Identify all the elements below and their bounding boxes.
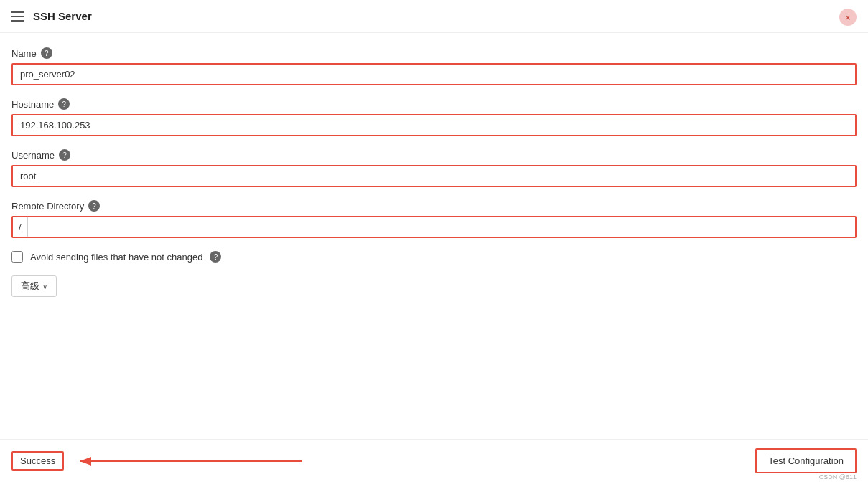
hostname-label-text: Hostname [11, 99, 54, 110]
hostname-input[interactable] [11, 114, 857, 136]
username-help-icon[interactable]: ? [59, 149, 70, 161]
name-label-text: Name [11, 48, 37, 59]
dialog: SSH Server × Name ? Hostname ? Username … [0, 0, 868, 482]
username-label: Username ? [11, 149, 857, 161]
footer-left: Success [11, 451, 302, 471]
chevron-down-icon: ∨ [42, 283, 47, 290]
hostname-help-icon[interactable]: ? [58, 98, 70, 110]
watermark: CSDN @611 [819, 473, 857, 481]
advanced-button[interactable]: 高级 ∨ [11, 275, 57, 297]
remote-directory-prefix: / [13, 217, 28, 237]
name-label: Name ? [11, 47, 857, 59]
name-field-group: Name ? [11, 47, 857, 85]
dialog-body: Name ? Hostname ? Username ? Remote Dire… [0, 33, 868, 326]
username-input[interactable] [11, 165, 857, 187]
advanced-button-label: 高级 [21, 280, 39, 293]
name-input[interactable] [11, 63, 857, 85]
dialog-title: SSH Server [33, 10, 92, 22]
remote-directory-label-text: Remote Directory [11, 201, 84, 212]
remote-directory-wrapper: / [11, 216, 857, 238]
close-button[interactable]: × [839, 9, 857, 26]
avoid-sending-help-icon[interactable]: ? [210, 251, 221, 263]
remote-directory-help-icon[interactable]: ? [88, 200, 100, 212]
name-help-icon[interactable]: ? [41, 47, 52, 59]
dialog-footer: Success Test Configuration [0, 439, 868, 482]
avoid-sending-checkbox[interactable] [11, 251, 23, 263]
arrow-line [73, 454, 302, 468]
test-configuration-button[interactable]: Test Configuration [755, 448, 857, 473]
remote-directory-field-group: Remote Directory ? / [11, 200, 857, 238]
avoid-sending-label: Avoid sending files that have not change… [30, 252, 202, 263]
dialog-header: SSH Server × [0, 0, 868, 33]
hostname-label: Hostname ? [11, 98, 857, 110]
username-field-group: Username ? [11, 149, 857, 187]
remote-directory-input[interactable] [28, 217, 855, 237]
avoid-sending-checkbox-row: Avoid sending files that have not change… [11, 251, 857, 263]
username-label-text: Username [11, 150, 55, 161]
remote-directory-label: Remote Directory ? [11, 200, 857, 212]
menu-icon[interactable] [11, 11, 24, 22]
success-badge: Success [11, 451, 64, 471]
hostname-field-group: Hostname ? [11, 98, 857, 136]
